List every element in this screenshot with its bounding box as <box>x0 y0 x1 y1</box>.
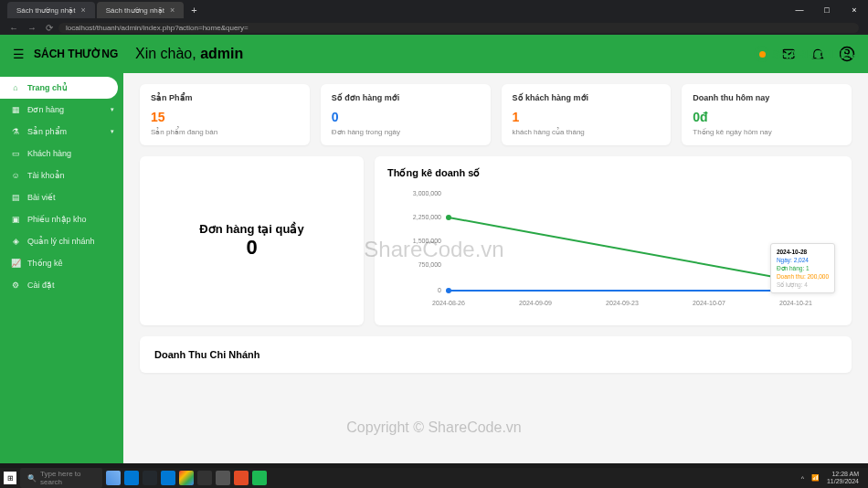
taskbar-app-icon[interactable] <box>252 471 267 485</box>
users-icon: ☺ <box>11 171 20 180</box>
taskbar-app-icon[interactable] <box>143 471 157 485</box>
browser-tab[interactable]: Sách thường nhật × <box>7 2 95 18</box>
card-subtitle: Đơn hàng trong ngày <box>332 128 480 136</box>
flask-icon: ⚗ <box>11 127 20 136</box>
stat-card-new-customers: Số khách hàng mới 1 khách hàng của tháng <box>502 84 672 145</box>
chart-tooltip: 2024-10-28 Ngày: 2,024 Đơn hàng: 1 Doanh… <box>770 243 835 293</box>
taskbar-app-icon[interactable] <box>124 471 139 485</box>
sidebar-item-label: Đơn hàng <box>27 105 64 114</box>
svg-text:2,250,000: 2,250,000 <box>413 214 441 220</box>
branch-title: Doanh Thu Chi Nhánh <box>154 349 837 360</box>
user-icon: ▭ <box>11 149 20 158</box>
card-subtitle: khách hàng của tháng <box>513 128 661 136</box>
maximize-button[interactable]: □ <box>813 0 841 20</box>
sidebar-item-label: Phiếu nhập kho <box>27 215 87 224</box>
sidebar-item-products[interactable]: ⚗ Sản phẩm ▾ <box>0 121 123 143</box>
pos-value: 0 <box>246 236 257 260</box>
sidebar-item-settings[interactable]: ⚙ Cài đặt <box>0 274 123 296</box>
svg-text:2024-09-23: 2024-09-23 <box>606 300 639 306</box>
taskbar-clock[interactable]: 12:28 AM 11/29/2024 <box>827 471 859 484</box>
sidebar-item-posts[interactable]: ▤ Bài viết <box>0 186 123 208</box>
sidebar-item-label: Trang chủ <box>27 83 68 92</box>
svg-text:2024-08-26: 2024-08-26 <box>432 300 465 306</box>
close-icon[interactable]: × <box>80 5 85 15</box>
tab-label: Sách thường nhật <box>106 6 164 15</box>
close-icon[interactable]: × <box>170 5 175 15</box>
pos-orders-card: Đơn hàng tại quầy 0 <box>140 156 364 325</box>
url-input[interactable]: localhost/thuanh/admin/index.php?action=… <box>58 23 859 33</box>
close-window-button[interactable]: × <box>841 0 868 20</box>
svg-text:2024-09-09: 2024-09-09 <box>519 300 552 306</box>
new-tab-button[interactable]: + <box>185 5 202 16</box>
tray-wifi-icon[interactable]: 📶 <box>811 474 820 482</box>
card-title: Số khách hàng mới <box>513 93 661 102</box>
svg-text:1,500,000: 1,500,000 <box>413 238 441 244</box>
sidebar-item-accounts[interactable]: ☺ Tài khoản <box>0 164 123 186</box>
browser-tab-active[interactable]: Sách thường nhật × <box>97 2 185 18</box>
watermark-logo: SHARECODE.vn <box>754 46 859 62</box>
taskbar-search[interactable]: 🔍 Type here to search <box>20 468 102 488</box>
sidebar-item-label: Quản lý chi nhánh <box>27 237 95 246</box>
card-value: 0đ <box>693 110 841 124</box>
svg-line-8 <box>449 217 814 284</box>
branch-icon: ◈ <box>11 237 20 246</box>
minimize-button[interactable]: — <box>786 0 813 20</box>
svg-text:2024-10-07: 2024-10-07 <box>693 300 725 306</box>
tab-label: Sách thường nhật <box>16 6 75 15</box>
svg-text:3,000,000: 3,000,000 <box>413 190 441 196</box>
reload-icon[interactable]: ⟳ <box>46 23 53 33</box>
taskbar-app-icon[interactable] <box>197 471 212 485</box>
card-title: Số đơn hàng mới <box>332 93 480 102</box>
menu-toggle-icon[interactable]: ☰ <box>13 47 25 61</box>
start-button[interactable]: ⊞ <box>4 472 16 484</box>
search-icon: 🔍 <box>27 474 37 483</box>
taskbar-app-icon[interactable] <box>216 471 230 485</box>
sidebar-item-label: Khách hàng <box>27 149 71 158</box>
sidebar-item-label: Sản phẩm <box>27 127 67 136</box>
brand-title: SÁCH THƯỜNG NHẬT <box>34 48 121 60</box>
chevron-down-icon: ▾ <box>111 128 114 135</box>
stat-card-products: Sản Phẩm 15 Sản phẩm đang bán <box>140 84 310 145</box>
card-title: Sản Phẩm <box>151 93 299 102</box>
tray-chevron-icon[interactable]: ^ <box>801 475 804 482</box>
taskbar: ⊞ 🔍 Type here to search ^ 📶 12:28 AM 11/… <box>0 468 868 488</box>
sidebar-item-label: Cài đặt <box>27 281 55 290</box>
card-value: 0 <box>332 110 480 124</box>
taskbar-chrome-icon[interactable] <box>179 471 194 485</box>
sidebar-item-customers[interactable]: ▭ Khách hàng <box>0 143 123 164</box>
sidebar-item-label: Bài viết <box>27 193 56 202</box>
svg-point-12 <box>446 288 451 293</box>
card-subtitle: Sản phẩm đang bán <box>151 128 299 136</box>
taskbar-app-icon[interactable] <box>161 471 175 485</box>
card-value: 1 <box>513 110 661 124</box>
sidebar-item-home[interactable]: ⌂ Trang chủ <box>0 77 118 99</box>
chart-card: Thống kê doanh số 3,000,000 2,250,000 1,… <box>375 156 852 325</box>
stats-icon: 📈 <box>11 259 20 268</box>
sidebar-item-import[interactable]: ▣ Phiếu nhập kho <box>0 208 123 230</box>
chevron-down-icon: ▾ <box>111 106 114 113</box>
svg-point-9 <box>446 215 451 220</box>
sidebar-item-orders[interactable]: ▦ Đơn hàng ▾ <box>0 99 123 121</box>
back-icon[interactable]: ← <box>9 23 18 33</box>
stat-card-new-orders: Số đơn hàng mới 0 Đơn hàng trong ngày <box>321 84 491 145</box>
sidebar-item-branches[interactable]: ◈ Quản lý chi nhánh <box>0 230 123 252</box>
card-subtitle: Thống kê ngày hôm nay <box>693 128 841 136</box>
sidebar-item-label: Thống kê <box>27 259 63 268</box>
sidebar-item-stats[interactable]: 📈 Thống kê <box>0 252 123 274</box>
taskbar-app-icon[interactable] <box>234 471 249 485</box>
branch-revenue-card: Doanh Thu Chi Nhánh <box>140 336 852 373</box>
taskbar-app-icon[interactable] <box>106 471 121 485</box>
forward-icon[interactable]: → <box>27 23 37 33</box>
svg-text:0: 0 <box>438 287 441 293</box>
import-icon: ▣ <box>11 215 20 224</box>
sidebar-item-label: Tài khoản <box>27 171 65 180</box>
greeting: Xin chào, admin <box>135 46 243 62</box>
gear-icon: ⚙ <box>11 281 20 290</box>
news-icon: ▤ <box>11 193 20 202</box>
stat-card-revenue-today: Doanh thu hôm nay 0đ Thống kê ngày hôm n… <box>682 84 852 145</box>
receipt-icon: ▦ <box>11 105 20 114</box>
card-value: 15 <box>151 110 299 124</box>
home-icon: ⌂ <box>11 83 20 92</box>
svg-text:750,000: 750,000 <box>418 261 441 268</box>
svg-text:2024-10-21: 2024-10-21 <box>779 300 812 306</box>
